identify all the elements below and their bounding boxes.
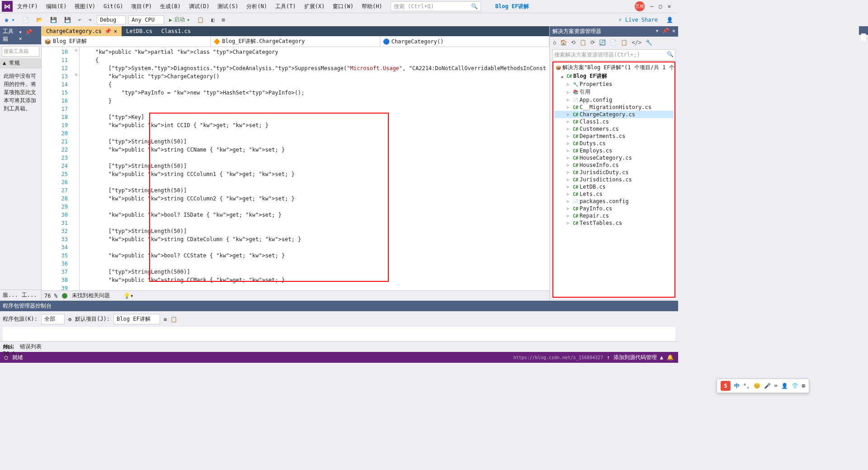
config-dropdown[interactable]: Debug bbox=[97, 15, 126, 24]
status-url: https://blog.csdn.net/s_156894327 bbox=[513, 355, 603, 360]
tree-node[interactable]: ▷📄App.config bbox=[554, 96, 674, 104]
close-icon[interactable]: ✕ bbox=[114, 28, 117, 34]
maximize-button[interactable]: ▢ bbox=[659, 3, 662, 9]
tree-node[interactable]: ▷C#Jurisdictions.cs bbox=[554, 176, 674, 183]
close-button[interactable]: ✕ bbox=[668, 3, 671, 9]
menu-help[interactable]: 帮助(H) bbox=[358, 1, 386, 12]
tree-node[interactable]: ▷C#TestTables.cs bbox=[554, 219, 674, 227]
solexp-search-input[interactable]: 搜索解决方案资源管理器(Ctrl+;)🔍 bbox=[552, 49, 675, 61]
menu-extensions[interactable]: 扩展(X) bbox=[301, 1, 329, 12]
toolbar-btn[interactable]: 📋 bbox=[619, 38, 629, 47]
tree-node[interactable]: ▷🔧Properties bbox=[554, 81, 674, 88]
toolbox-section[interactable]: ▲ 常规 bbox=[0, 58, 41, 68]
save-button[interactable]: 💾 bbox=[48, 15, 59, 24]
source-control-button[interactable]: ↑ 添加到源代码管理 ▲ bbox=[607, 354, 663, 361]
home-icon[interactable]: ⌂ bbox=[552, 38, 557, 47]
tree-node[interactable]: ▷C#Class1.cs bbox=[554, 118, 674, 125]
platform-dropdown[interactable]: Any CPU bbox=[128, 15, 164, 24]
tree-node[interactable]: ▷📚引用 bbox=[554, 88, 674, 96]
liveshare-button[interactable]: ⚡ Live Share bbox=[615, 15, 661, 25]
menu-tools[interactable]: 工具(T) bbox=[272, 1, 300, 12]
menu-build[interactable]: 生成(B) bbox=[156, 1, 184, 12]
tree-node[interactable]: ▷C#LetDB.cs bbox=[554, 183, 674, 190]
pin-icon[interactable]: 📌 bbox=[104, 28, 111, 34]
open-button[interactable]: 📂 bbox=[34, 15, 45, 24]
zoom-dropdown[interactable]: 76 % bbox=[44, 293, 57, 299]
tree-node[interactable]: ▷C#ChargeCategory.cs bbox=[554, 111, 674, 118]
pin-icon[interactable]: ▾ 📌 ✕ bbox=[19, 29, 32, 42]
gear-icon[interactable]: ⚙ bbox=[68, 316, 71, 323]
tree-node[interactable]: ▷C#PayInfo.cs bbox=[554, 205, 674, 212]
server-tab[interactable]: 服... bbox=[3, 291, 18, 299]
toolbar: ◉ ▾ 📄 📂 💾 💾 ↶ ↷ Debug Any CPU ▶ 启动 ▾ 📋 ◧… bbox=[0, 13, 678, 26]
menu-test[interactable]: 测试(S) bbox=[214, 1, 242, 12]
nav-member-dropdown[interactable]: 🔵 ChargeCategory() bbox=[380, 36, 549, 47]
toolbar-btn[interactable]: ≡ bbox=[164, 316, 167, 323]
toolbar-btn[interactable]: </> bbox=[630, 38, 643, 47]
nav-project-dropdown[interactable]: 📦 Blog EF讲解 bbox=[42, 36, 211, 47]
menubar: ⋈ 文件(F) 编辑(E) 视图(V) Git(G) 项目(P) 生成(B) 调… bbox=[0, 0, 678, 13]
solution-tree[interactable]: 📦解决方案"Blog EF讲解"(1 个项目/共 1 个)◢C#Blog EF讲… bbox=[552, 62, 675, 298]
tree-node[interactable]: ◢C#Blog EF讲解 bbox=[554, 72, 674, 81]
tab-letdb[interactable]: LetDB.cs bbox=[122, 26, 157, 36]
pin-icon[interactable]: ▾ 📌 ✕ bbox=[656, 28, 675, 35]
fold-gutter[interactable]: ⊟⊟ bbox=[73, 47, 80, 290]
tree-node[interactable]: ▷C#Dutys.cs bbox=[554, 140, 674, 147]
wrench-icon[interactable]: 🔧 bbox=[644, 38, 654, 47]
tree-node[interactable]: ▷C#Employs.cs bbox=[554, 147, 674, 154]
lightbulb-icon[interactable]: 💡▾ bbox=[123, 293, 133, 299]
tab-class1[interactable]: Class1.cs bbox=[157, 26, 195, 36]
toolbar-btn[interactable]: 📋 bbox=[195, 15, 206, 24]
tree-node[interactable]: ▷C#Customers.cs bbox=[554, 125, 674, 133]
toolbar-btn[interactable]: 📋 bbox=[170, 316, 177, 323]
tree-node[interactable]: ▷C#C__MigrationHistory.cs bbox=[554, 104, 674, 111]
minimize-button[interactable]: — bbox=[650, 3, 653, 9]
toolbox-panel: 工具箱▾ 📌 ✕ 搜索工具箱 ▲ 常规 此组中没有可用的控件。将某项拖至此文本可… bbox=[0, 26, 42, 300]
redo-button[interactable]: ↷ bbox=[86, 15, 94, 24]
output-tab[interactable]: 输出 bbox=[4, 343, 14, 351]
errorlist-tab[interactable]: 错误列表 bbox=[20, 343, 42, 351]
menu-file[interactable]: 文件(F) bbox=[14, 1, 42, 12]
new-button[interactable]: 📄 bbox=[20, 15, 31, 24]
menu-analyze[interactable]: 分析(N) bbox=[243, 1, 271, 12]
menu-edit[interactable]: 编辑(E) bbox=[42, 1, 71, 12]
tree-node[interactable]: ▷C#JurisdicDuty.cs bbox=[554, 169, 674, 176]
pkg-project-dropdown[interactable]: Blog EF讲解 bbox=[113, 314, 160, 324]
undo-button[interactable]: ↶ bbox=[76, 15, 84, 24]
tree-node[interactable]: ▷C#Repair.cs bbox=[554, 212, 674, 219]
tree-node[interactable]: ▷C#HouseCategory.cs bbox=[554, 154, 674, 161]
toolbar-btn[interactable]: 🏠 bbox=[559, 38, 568, 47]
code-editor[interactable]: 1011121314151617181920212223242526272829… bbox=[42, 47, 549, 290]
tree-node[interactable]: ▷C#Departments.cs bbox=[554, 133, 674, 140]
nav-class-dropdown[interactable]: 🔶 Blog_EF讲解.ChargeCategory bbox=[211, 36, 380, 47]
toolbar-btn[interactable]: ⊞ bbox=[220, 15, 227, 24]
toolbar-btn[interactable]: 📋 bbox=[578, 38, 588, 47]
toolbar-btn[interactable]: 🔄 bbox=[598, 38, 607, 47]
search-input[interactable]: 搜索 (Ctrl+Q)🔍 bbox=[391, 1, 481, 11]
user-avatar-icon[interactable]: 艺林 bbox=[635, 1, 645, 11]
saveall-button[interactable]: 💾 bbox=[62, 15, 73, 24]
menu-window[interactable]: 窗口(W) bbox=[329, 1, 357, 12]
tree-node[interactable]: ▷📄packages.config bbox=[554, 198, 674, 205]
refresh-icon[interactable]: ⟳ bbox=[589, 38, 596, 47]
tree-node[interactable]: ▷C#HouseInfo.cs bbox=[554, 161, 674, 169]
menu-git[interactable]: Git(G) bbox=[100, 1, 127, 11]
menu-view[interactable]: 视图(V) bbox=[71, 1, 99, 12]
menu-debug[interactable]: 调试(D) bbox=[185, 1, 213, 12]
tree-node[interactable]: 📦解决方案"Blog EF讲解"(1 个项目/共 1 个) bbox=[554, 63, 674, 72]
tab-chargecategory[interactable]: ChargeCategory.cs📌✕ bbox=[42, 26, 122, 36]
start-button[interactable]: ▶ 启动 ▾ bbox=[167, 14, 192, 25]
user-icon[interactable]: 👤 bbox=[664, 15, 675, 24]
toolbar-btn[interactable]: ◧ bbox=[209, 15, 217, 24]
back-button[interactable]: ◉ ▾ bbox=[3, 15, 17, 24]
toolbar-btn[interactable]: ⟲ bbox=[570, 38, 577, 47]
code-area[interactable]: "kw">public "kw">partial "kw">class "typ… bbox=[80, 47, 549, 290]
toolbar-btn[interactable]: 📄 bbox=[609, 38, 618, 47]
toolbox-search-input[interactable]: 搜索工具箱 bbox=[2, 46, 39, 57]
pkg-header: 程序包管理器控制台 bbox=[0, 301, 678, 311]
notification-icon[interactable]: 🔔 bbox=[667, 354, 674, 361]
pkg-source-dropdown[interactable]: 全部 bbox=[41, 314, 65, 324]
tree-node[interactable]: ▷C#Lets.cs bbox=[554, 190, 674, 198]
toolbox-tab[interactable]: 工... bbox=[22, 291, 37, 299]
menu-project[interactable]: 项目(P) bbox=[127, 1, 156, 12]
